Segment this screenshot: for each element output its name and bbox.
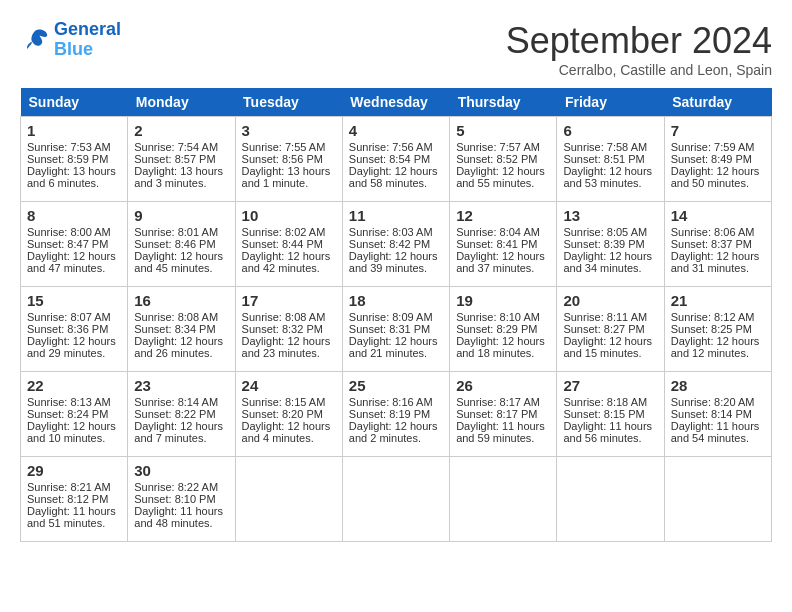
day-number: 25: [349, 377, 443, 394]
day-info: Sunrise: 8:22 AM: [134, 481, 228, 493]
day-number: 13: [563, 207, 657, 224]
day-info: Sunrise: 8:13 AM: [27, 396, 121, 408]
calendar-cell: 5Sunrise: 7:57 AMSunset: 8:52 PMDaylight…: [450, 117, 557, 202]
day-info: and 55 minutes.: [456, 177, 550, 189]
day-number: 8: [27, 207, 121, 224]
day-info: and 47 minutes.: [27, 262, 121, 274]
calendar-cell: 7Sunrise: 7:59 AMSunset: 8:49 PMDaylight…: [664, 117, 771, 202]
day-info: Daylight: 12 hours: [456, 335, 550, 347]
day-info: and 4 minutes.: [242, 432, 336, 444]
day-info: Sunrise: 8:07 AM: [27, 311, 121, 323]
day-info: Sunrise: 7:59 AM: [671, 141, 765, 153]
day-info: Sunset: 8:34 PM: [134, 323, 228, 335]
calendar-cell: 17Sunrise: 8:08 AMSunset: 8:32 PMDayligh…: [235, 287, 342, 372]
day-info: and 42 minutes.: [242, 262, 336, 274]
day-info: Daylight: 12 hours: [349, 165, 443, 177]
day-info: Sunset: 8:59 PM: [27, 153, 121, 165]
calendar-cell: 8Sunrise: 8:00 AMSunset: 8:47 PMDaylight…: [21, 202, 128, 287]
day-info: Sunrise: 8:17 AM: [456, 396, 550, 408]
calendar-cell: 4Sunrise: 7:56 AMSunset: 8:54 PMDaylight…: [342, 117, 449, 202]
calendar-cell: [664, 457, 771, 542]
calendar-cell: 25Sunrise: 8:16 AMSunset: 8:19 PMDayligh…: [342, 372, 449, 457]
day-info: and 12 minutes.: [671, 347, 765, 359]
day-info: Sunset: 8:10 PM: [134, 493, 228, 505]
logo-text: General Blue: [54, 20, 121, 60]
day-info: Sunrise: 8:10 AM: [456, 311, 550, 323]
day-info: Sunrise: 8:01 AM: [134, 226, 228, 238]
calendar-cell: 30Sunrise: 8:22 AMSunset: 8:10 PMDayligh…: [128, 457, 235, 542]
day-info: Daylight: 11 hours: [27, 505, 121, 517]
logo-icon: [20, 25, 50, 55]
day-info: Sunset: 8:42 PM: [349, 238, 443, 250]
calendar-cell: 16Sunrise: 8:08 AMSunset: 8:34 PMDayligh…: [128, 287, 235, 372]
day-info: Daylight: 12 hours: [27, 250, 121, 262]
day-info: Daylight: 12 hours: [134, 250, 228, 262]
day-info: Sunrise: 8:09 AM: [349, 311, 443, 323]
day-info: and 2 minutes.: [349, 432, 443, 444]
day-info: and 6 minutes.: [27, 177, 121, 189]
day-info: Sunset: 8:46 PM: [134, 238, 228, 250]
day-info: Sunset: 8:52 PM: [456, 153, 550, 165]
day-info: and 3 minutes.: [134, 177, 228, 189]
day-info: and 48 minutes.: [134, 517, 228, 529]
day-info: Sunset: 8:14 PM: [671, 408, 765, 420]
day-info: Sunset: 8:32 PM: [242, 323, 336, 335]
day-number: 2: [134, 122, 228, 139]
day-number: 20: [563, 292, 657, 309]
calendar-cell: 10Sunrise: 8:02 AMSunset: 8:44 PMDayligh…: [235, 202, 342, 287]
day-info: Daylight: 12 hours: [563, 335, 657, 347]
day-info: Daylight: 12 hours: [349, 335, 443, 347]
day-info: and 54 minutes.: [671, 432, 765, 444]
day-number: 30: [134, 462, 228, 479]
day-number: 6: [563, 122, 657, 139]
day-info: Sunset: 8:41 PM: [456, 238, 550, 250]
day-info: Sunset: 8:49 PM: [671, 153, 765, 165]
day-info: Sunset: 8:22 PM: [134, 408, 228, 420]
day-info: Sunrise: 7:57 AM: [456, 141, 550, 153]
day-info: Sunrise: 8:11 AM: [563, 311, 657, 323]
calendar-cell: 23Sunrise: 8:14 AMSunset: 8:22 PMDayligh…: [128, 372, 235, 457]
day-number: 14: [671, 207, 765, 224]
day-info: Daylight: 12 hours: [242, 250, 336, 262]
week-row-5: 29Sunrise: 8:21 AMSunset: 8:12 PMDayligh…: [21, 457, 772, 542]
week-row-2: 8Sunrise: 8:00 AMSunset: 8:47 PMDaylight…: [21, 202, 772, 287]
col-wednesday: Wednesday: [342, 88, 449, 117]
day-info: Daylight: 12 hours: [349, 250, 443, 262]
calendar-cell: 1Sunrise: 7:53 AMSunset: 8:59 PMDaylight…: [21, 117, 128, 202]
calendar-cell: 28Sunrise: 8:20 AMSunset: 8:14 PMDayligh…: [664, 372, 771, 457]
day-info: Sunset: 8:24 PM: [27, 408, 121, 420]
calendar-cell: [450, 457, 557, 542]
day-info: Sunrise: 8:06 AM: [671, 226, 765, 238]
col-thursday: Thursday: [450, 88, 557, 117]
day-info: Sunrise: 8:20 AM: [671, 396, 765, 408]
day-info: Daylight: 13 hours: [27, 165, 121, 177]
day-info: and 50 minutes.: [671, 177, 765, 189]
day-info: Sunset: 8:47 PM: [27, 238, 121, 250]
day-info: Sunset: 8:19 PM: [349, 408, 443, 420]
day-info: Sunrise: 8:15 AM: [242, 396, 336, 408]
day-number: 16: [134, 292, 228, 309]
day-info: Sunrise: 8:18 AM: [563, 396, 657, 408]
day-number: 23: [134, 377, 228, 394]
day-info: Sunrise: 8:03 AM: [349, 226, 443, 238]
month-title: September 2024: [506, 20, 772, 62]
day-info: Daylight: 11 hours: [456, 420, 550, 432]
calendar-cell: 29Sunrise: 8:21 AMSunset: 8:12 PMDayligh…: [21, 457, 128, 542]
day-info: Daylight: 12 hours: [27, 335, 121, 347]
day-info: and 18 minutes.: [456, 347, 550, 359]
calendar-cell: 11Sunrise: 8:03 AMSunset: 8:42 PMDayligh…: [342, 202, 449, 287]
calendar-cell: 15Sunrise: 8:07 AMSunset: 8:36 PMDayligh…: [21, 287, 128, 372]
day-info: Sunset: 8:15 PM: [563, 408, 657, 420]
calendar-cell: 20Sunrise: 8:11 AMSunset: 8:27 PMDayligh…: [557, 287, 664, 372]
day-info: Daylight: 12 hours: [671, 335, 765, 347]
day-number: 21: [671, 292, 765, 309]
week-row-3: 15Sunrise: 8:07 AMSunset: 8:36 PMDayligh…: [21, 287, 772, 372]
day-info: Daylight: 12 hours: [563, 165, 657, 177]
day-number: 9: [134, 207, 228, 224]
day-info: and 7 minutes.: [134, 432, 228, 444]
day-info: and 51 minutes.: [27, 517, 121, 529]
day-info: and 15 minutes.: [563, 347, 657, 359]
calendar-cell: 27Sunrise: 8:18 AMSunset: 8:15 PMDayligh…: [557, 372, 664, 457]
day-info: Daylight: 11 hours: [671, 420, 765, 432]
day-info: Sunrise: 8:04 AM: [456, 226, 550, 238]
